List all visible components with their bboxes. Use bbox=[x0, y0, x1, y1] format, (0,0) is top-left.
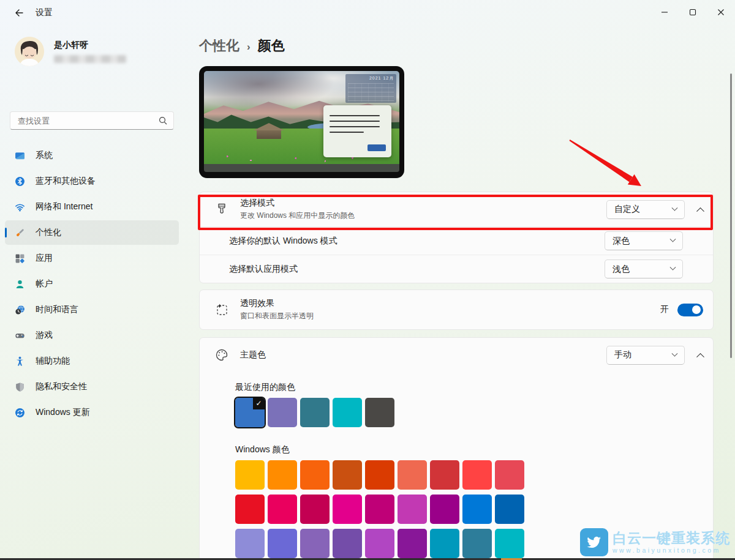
color-swatch[interactable] bbox=[268, 495, 297, 524]
color-swatch[interactable] bbox=[333, 529, 362, 558]
color-swatch[interactable] bbox=[300, 398, 330, 427]
color-swatch[interactable]: ✓ bbox=[235, 398, 265, 427]
close-button[interactable] bbox=[707, 0, 735, 24]
breadcrumb-separator: › bbox=[247, 41, 251, 53]
collapse-chevron-up-icon[interactable] bbox=[696, 353, 704, 360]
mode-dropdown-value: 自定义 bbox=[614, 204, 640, 215]
windows-color-row bbox=[235, 460, 703, 490]
sidebar-item-time-language[interactable]: 时间和语言 bbox=[5, 297, 179, 322]
color-swatch[interactable] bbox=[268, 460, 297, 490]
color-swatch[interactable] bbox=[398, 529, 427, 558]
sidebar-item-network[interactable]: 网络和 Internet bbox=[5, 195, 179, 219]
sidebar-item-windows-update[interactable]: Windows 更新 bbox=[5, 400, 179, 425]
calendar-grid bbox=[348, 83, 394, 102]
color-swatch[interactable] bbox=[235, 529, 265, 558]
preview-taskbar bbox=[204, 164, 399, 172]
palette-icon bbox=[214, 348, 229, 362]
color-swatch[interactable] bbox=[333, 398, 362, 427]
sidebar-item-personalization[interactable]: 个性化 bbox=[5, 220, 179, 245]
watermark-url: www.baiyunxitong.com bbox=[612, 547, 730, 554]
sidebar-item-label: 系统 bbox=[36, 150, 53, 161]
selected-indicator bbox=[5, 228, 7, 237]
color-swatch[interactable] bbox=[495, 460, 524, 490]
paintbrush-icon bbox=[214, 202, 229, 217]
color-swatch[interactable] bbox=[300, 529, 330, 558]
color-swatch[interactable] bbox=[398, 460, 427, 490]
back-button[interactable] bbox=[9, 4, 28, 21]
scrollbar-thumb[interactable] bbox=[730, 73, 732, 358]
color-swatch[interactable] bbox=[430, 460, 459, 490]
color-swatch[interactable] bbox=[300, 495, 330, 524]
color-swatch[interactable] bbox=[333, 495, 362, 524]
color-swatch[interactable] bbox=[268, 398, 297, 427]
preview-calendar-widget: 2021 12月 bbox=[345, 74, 396, 103]
preview-accent-button bbox=[368, 144, 386, 151]
app-mode-dropdown[interactable]: 浅色 bbox=[605, 259, 683, 278]
theme-color-value: 手动 bbox=[614, 349, 631, 360]
color-swatch[interactable] bbox=[430, 495, 459, 524]
minimize-icon bbox=[661, 9, 668, 16]
sidebar-item-bluetooth[interactable]: 蓝牙和其他设备 bbox=[5, 169, 179, 193]
color-swatch[interactable] bbox=[235, 495, 265, 524]
profile-email-redacted bbox=[54, 55, 126, 63]
app-mode-row: 选择默认应用模式 浅色 bbox=[200, 255, 713, 283]
choose-mode-row[interactable]: 选择模式 更改 Windows 和应用中显示的颜色 自定义 bbox=[200, 192, 713, 226]
color-swatch[interactable] bbox=[365, 529, 394, 558]
color-swatch[interactable] bbox=[495, 495, 524, 524]
transparency-sparkle-icon bbox=[214, 302, 229, 317]
mode-dropdown[interactable]: 自定义 bbox=[606, 200, 685, 219]
app-mode-label: 选择默认应用模式 bbox=[229, 264, 605, 275]
titlebar: 设置 bbox=[0, 0, 735, 26]
windows-colors-label: Windows 颜色 bbox=[235, 444, 703, 455]
profile[interactable]: 是小轩呀 bbox=[15, 37, 184, 66]
sidebar-item-system[interactable]: 系统 bbox=[5, 143, 179, 168]
search-input[interactable] bbox=[18, 116, 159, 125]
color-swatch[interactable] bbox=[235, 460, 265, 490]
watermark-bird-icon bbox=[580, 528, 608, 556]
theme-color-row[interactable]: 主题色 手动 bbox=[200, 338, 713, 372]
color-swatch[interactable] bbox=[300, 460, 330, 490]
color-swatch[interactable] bbox=[365, 460, 394, 490]
sidebar-item-apps[interactable]: 应用 bbox=[5, 246, 179, 271]
transparency-row: 透明效果 窗口和表面显示半透明 开 bbox=[200, 290, 713, 329]
chevron-down-icon bbox=[672, 204, 678, 211]
app-mode-value: 浅色 bbox=[612, 264, 630, 275]
breadcrumb-parent[interactable]: 个性化 bbox=[199, 37, 239, 55]
color-swatch[interactable] bbox=[462, 529, 492, 558]
color-swatch[interactable] bbox=[398, 495, 427, 524]
windows-mode-dropdown[interactable]: 深色 bbox=[605, 231, 683, 250]
color-swatch[interactable] bbox=[365, 398, 394, 427]
color-swatch[interactable] bbox=[495, 529, 524, 558]
sidebar-item-accounts[interactable]: 帐户 bbox=[5, 272, 179, 296]
bluetooth-icon bbox=[15, 176, 25, 187]
maximize-button[interactable] bbox=[679, 0, 707, 24]
sidebar-item-label: 应用 bbox=[36, 253, 53, 264]
transparency-subtitle: 窗口和表面显示半透明 bbox=[240, 311, 660, 321]
apps-icon bbox=[15, 253, 25, 264]
windows-mode-row: 选择你的默认 Windows 模式 深色 bbox=[200, 226, 713, 255]
color-swatch[interactable] bbox=[462, 495, 492, 524]
sidebar-item-label: 帐户 bbox=[36, 278, 53, 289]
chevron-down-icon bbox=[670, 236, 676, 242]
search-box[interactable] bbox=[10, 111, 174, 130]
collapse-chevron-up-icon[interactable] bbox=[696, 207, 704, 215]
sidebar: 是小轩呀 系统蓝牙和其他设备网络和 Internet个性化应用帐户时间和语言游戏… bbox=[0, 26, 184, 560]
minimize-button[interactable] bbox=[650, 0, 679, 24]
privacy-icon bbox=[15, 382, 25, 392]
sidebar-item-gaming[interactable]: 游戏 bbox=[5, 323, 179, 348]
transparency-toggle[interactable] bbox=[677, 304, 703, 316]
color-swatch[interactable] bbox=[430, 529, 459, 558]
color-swatch[interactable] bbox=[268, 529, 297, 558]
recent-colors-label: 最近使用的颜色 bbox=[235, 382, 703, 393]
window-title: 设置 bbox=[36, 7, 53, 18]
page-title: 颜色 bbox=[258, 37, 285, 55]
sidebar-item-privacy[interactable]: 隐私和安全性 bbox=[5, 375, 179, 399]
windows-color-row bbox=[235, 495, 703, 524]
color-swatch[interactable] bbox=[365, 495, 394, 524]
color-swatch[interactable] bbox=[333, 460, 362, 490]
network-icon bbox=[15, 202, 25, 212]
accessibility-icon bbox=[15, 356, 25, 367]
sidebar-item-accessibility[interactable]: 辅助功能 bbox=[5, 349, 179, 373]
theme-color-dropdown[interactable]: 手动 bbox=[606, 346, 685, 365]
color-swatch[interactable] bbox=[462, 460, 492, 490]
